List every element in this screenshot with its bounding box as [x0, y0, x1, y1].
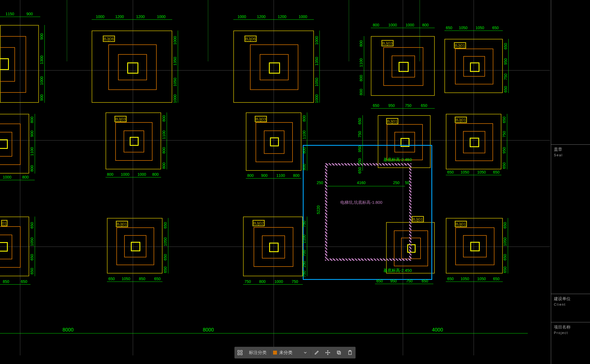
dim-text: 650 [163, 254, 168, 260]
toolbar-edit-button[interactable] [311, 347, 322, 358]
dim-text: 650 [30, 268, 34, 274]
dim-text: 250 [302, 261, 306, 267]
footing-tag: BJj06 [103, 36, 115, 42]
toolbar-copy-button[interactable] [333, 347, 344, 358]
dim-line [233, 19, 314, 20]
dim-text: 1050 [503, 237, 507, 246]
gridline [208, 0, 208, 61]
dim-text: 650 [21, 279, 27, 284]
dim-text: 950 [390, 279, 397, 283]
dim-text: 1050 [461, 277, 469, 281]
dim-text: 1100 [30, 147, 34, 156]
dim-line [178, 31, 178, 103]
gridline [349, 0, 349, 61]
dim-text: 750 [292, 279, 298, 284]
dim-text: 800 [302, 147, 306, 154]
dim-text: 1000 [39, 76, 44, 85]
dim-line [243, 284, 303, 285]
dim-line [508, 218, 508, 273]
dim-line [375, 284, 433, 284]
dim-text: 1200 [136, 14, 145, 19]
dim-line [307, 112, 307, 171]
dim-line [371, 28, 435, 28]
dim-text: 1100 [276, 173, 285, 178]
dim-line [35, 217, 35, 276]
toolbar-grid-button[interactable] [234, 347, 246, 358]
dim-line [246, 178, 301, 179]
footing-tag: BJj02 [252, 220, 265, 226]
dim-text: 800 [359, 75, 363, 81]
client-label-en: Client [554, 303, 587, 307]
dim-text: 650 [358, 167, 362, 174]
dim-text: 750 [244, 279, 251, 284]
dim-text: 750 [302, 221, 306, 227]
dim-text: 800 [247, 173, 254, 178]
dim-line [319, 31, 320, 103]
dim-text: 1200 [257, 14, 266, 19]
drawing-canvas[interactable]: BJj06 BJj06 BJj03 BJj01 BJj03 [0, 0, 590, 364]
elevation-note: 基底标高-2.450 [383, 268, 412, 273]
dim-text: 800 [359, 40, 363, 47]
footing-tag: BJj01 [116, 221, 128, 227]
dim-text: 800 [162, 162, 166, 169]
svg-rect-6 [349, 351, 351, 355]
footing [0, 114, 29, 174]
dim-line [0, 284, 31, 285]
dim-text: 950 [388, 103, 395, 108]
dim-text: 1350 [314, 57, 319, 66]
dim-text: 850 [139, 277, 145, 281]
dim-text: 1050 [30, 237, 34, 246]
footing: 01 [0, 217, 29, 276]
toolbar-paste-button[interactable] [344, 347, 356, 358]
footing-tag: BJj01 [455, 221, 467, 227]
footing-bjj01: BJj01 [446, 114, 501, 169]
svg-rect-1 [241, 350, 242, 352]
dim-text: 1100 [162, 130, 166, 139]
dim-text: 650 [503, 43, 508, 49]
footing-tag: BJj03 [381, 40, 394, 46]
color-swatch-icon [273, 351, 277, 355]
toolbar-move-button[interactable] [322, 347, 333, 358]
svg-rect-5 [338, 352, 341, 354]
footing-bjj03: BJj03 [371, 36, 435, 96]
dim-text: 1050 [477, 277, 486, 281]
toolbar-category-dropdown[interactable]: 未分类 [270, 350, 311, 356]
dim-text: 750 [302, 271, 306, 277]
project-label-en: Project [554, 331, 587, 335]
dim-text: 800 [162, 147, 166, 154]
dim-text: 800 [162, 115, 166, 122]
dim-text: 650 [503, 86, 508, 92]
dim-text: 800 [302, 115, 306, 122]
dim-text: 650 [493, 277, 499, 281]
chevron-down-icon [304, 351, 307, 354]
dim-text: 650 [502, 162, 506, 169]
dim-text: 800 [359, 89, 363, 95]
footing-bjj01: BJj01 [444, 39, 503, 93]
dim-text: 650 [373, 103, 379, 108]
dim-line [446, 175, 501, 175]
elevation-note: 基底标高-2.450 [383, 157, 412, 162]
title-block: 盖章 Seal 建设单位 Client 项目名称 Project [551, 0, 590, 364]
dim-text: 1000 [388, 23, 397, 27]
dim-text: 1050 [173, 78, 177, 86]
dim-line [444, 31, 503, 31]
footing-tag: BJj01 [454, 42, 466, 49]
project-label-cn: 项目名称 [554, 325, 587, 330]
dim-line [106, 177, 161, 177]
dim-text: 1000 [238, 14, 246, 19]
dim-text: 900 [26, 12, 33, 16]
dim-text: 800 [302, 164, 306, 170]
dim-text: 650 [163, 222, 168, 229]
dim-line [168, 218, 168, 273]
dim-text: 650 [30, 254, 34, 260]
dim-text: 950 [503, 58, 508, 65]
grid-icon [238, 350, 242, 355]
toolbar-category-value: 未分类 [279, 350, 292, 356]
seal-label-en: Seal [554, 153, 587, 157]
move-icon [325, 350, 330, 355]
dim-text: 750 [406, 279, 412, 283]
dim-text: 1100 [359, 58, 363, 67]
dim-line [107, 282, 162, 282]
dim-text: 800 [22, 175, 29, 179]
dim-text: 650 [30, 222, 34, 229]
